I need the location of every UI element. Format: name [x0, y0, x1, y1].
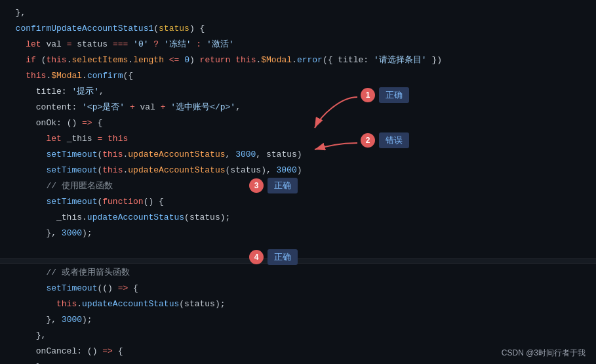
- badge-label-3: 正确: [268, 178, 298, 193]
- code-line: _this.updateAccountStatus(status);: [0, 210, 596, 226]
- annotation-2: 2 错误: [361, 132, 409, 148]
- badge-3: 3: [249, 178, 264, 193]
- code-line: this.updateAccountStatus(status);: [0, 296, 596, 312]
- code-line: // 使用匿名函数: [0, 178, 596, 194]
- badge-4: 4: [249, 250, 264, 264]
- badge-2: 2: [361, 133, 375, 148]
- code-line: },: [0, 5, 596, 21]
- code-line: this.$Modal.confirm({: [0, 68, 596, 84]
- annotation-1: 1 正确: [361, 87, 409, 103]
- footer: CSDN @3时间行者于我: [502, 348, 586, 359]
- code-line-wrong: setTimeout(this.updateAccountStatus(stat…: [0, 163, 596, 178]
- code-line: content: '<p>是否' + val + '选中账号</p>',: [0, 100, 596, 115]
- code-separator: [0, 258, 596, 264]
- code-line: let _this = this: [0, 131, 596, 147]
- code-area: }, confirmUpdateAccountStatus1(status) {…: [0, 0, 596, 364]
- footer-text: CSDN @3时间行者于我: [502, 348, 586, 357]
- code-line: // 或者使用箭头函数: [0, 265, 596, 281]
- badge-1: 1: [361, 88, 375, 102]
- code-line: }, 3000);: [0, 226, 596, 241]
- code-line: confirmUpdateAccountStatus1(status) {: [0, 21, 596, 37]
- code-line-blank: [0, 241, 596, 257]
- code-line-correct1: setTimeout(this.updateAccountStatus, 300…: [0, 147, 596, 163]
- badge-label-1: 正确: [379, 87, 409, 103]
- annotation-4: 4 正确: [249, 249, 298, 265]
- code-container: }, confirmUpdateAccountStatus1(status) {…: [0, 0, 596, 364]
- code-line: let val = status === '0' ? '冻结' : '激活': [0, 37, 596, 52]
- code-line: if (this.selectItems.length <= 0) return…: [0, 52, 596, 68]
- annotation-3: 3 正确: [249, 178, 298, 193]
- code-line: title: '提示',: [0, 84, 596, 100]
- code-line-correct3: setTimeout(function() {: [0, 194, 596, 210]
- badge-label-4: 正确: [268, 249, 298, 265]
- code-line: },: [0, 328, 596, 344]
- code-line: onOk: () => {: [0, 115, 596, 131]
- code-line: }: [0, 359, 596, 364]
- badge-label-2: 错误: [379, 132, 409, 148]
- code-line-correct4: setTimeout(() => {: [0, 281, 596, 296]
- code-line: }, 3000);: [0, 312, 596, 328]
